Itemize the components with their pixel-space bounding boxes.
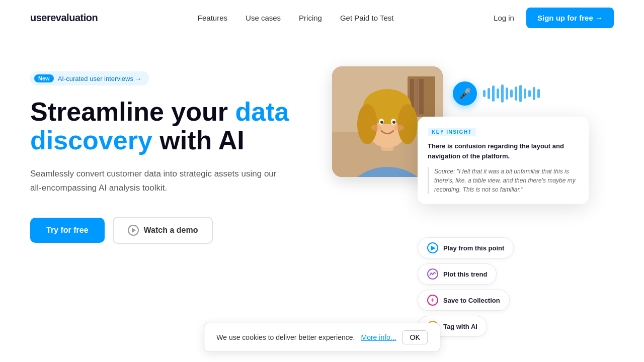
badge-text: AI-curated user interviews → (58, 75, 142, 82)
action-btn-trend[interactable]: Plot this trend (418, 263, 497, 285)
cookie-more-info[interactable]: More info... (361, 333, 396, 341)
svg-point-13 (397, 104, 418, 144)
action-buttons: ▶Play from this pointPlot this trend+Sav… (418, 237, 514, 337)
login-button[interactable]: Log in (494, 14, 514, 22)
action-label-play: Play from this point (443, 244, 504, 252)
hero-headline: Streamline your data discovery with AI (30, 98, 312, 155)
cookie-ok-button[interactable]: OK (403, 330, 428, 344)
insight-text: There is confusion regarding the layout … (428, 141, 579, 161)
watch-demo-button[interactable]: Watch a demo (113, 217, 213, 244)
action-btn-save[interactable]: +Save to Collection (418, 290, 510, 311)
svg-point-18 (371, 125, 381, 131)
nav-get-paid[interactable]: Get Paid to Test (340, 14, 393, 22)
action-label-trend: Plot this trend (443, 270, 487, 278)
waveform-bar (524, 88, 526, 99)
mic-icon: 🎤 (459, 87, 471, 100)
svg-rect-5 (419, 79, 424, 114)
nav-use-cases[interactable]: Use cases (246, 14, 281, 22)
headline-part3: with AI (152, 126, 245, 155)
action-label-save: Save to Collection (443, 297, 500, 304)
main-nav: Features Use cases Pricing Get Paid to T… (198, 14, 394, 22)
svg-rect-6 (425, 79, 428, 114)
action-btn-play[interactable]: ▶Play from this point (418, 237, 514, 258)
new-tag: New (34, 74, 54, 82)
waveform-bar (497, 88, 499, 99)
action-label-tag: Tag with AI (443, 323, 477, 330)
insight-card: KEY INSIGHT There is confusion regarding… (418, 117, 589, 204)
insight-label: KEY INSIGHT (428, 128, 476, 136)
waveform (483, 84, 540, 103)
waveform-bar (492, 85, 495, 102)
nav-features[interactable]: Features (198, 14, 227, 22)
header-actions: Log in Sign up for free → (494, 8, 614, 28)
waveform-bar (528, 90, 531, 97)
new-badge[interactable]: New AI-curated user interviews → (30, 71, 149, 85)
action-icon-play: ▶ (427, 242, 438, 253)
try-free-button[interactable]: Try for free (30, 218, 105, 243)
waveform-bar (510, 89, 513, 98)
svg-point-17 (392, 121, 395, 124)
headline-part1: Streamline your (30, 97, 235, 126)
logo[interactable]: userevaluation (30, 12, 98, 24)
waveform-bar (537, 89, 540, 98)
audio-bar: 🎤 (453, 81, 540, 106)
cookie-text: We use cookies to deliver better experie… (216, 333, 355, 341)
waveform-bar (501, 84, 504, 103)
source-quote: Source: "I felt that it was a bit unfami… (428, 167, 579, 194)
hero-left: New AI-curated user interviews → Streaml… (30, 66, 312, 244)
hero-buttons: Try for free Watch a demo (30, 217, 312, 244)
waveform-bar (533, 87, 535, 100)
waveform-bar (506, 87, 508, 100)
hero-mockup: 🎤 KEY INSIGHT There is confusion regardi… (332, 66, 614, 328)
waveform-bar (515, 86, 517, 101)
cookie-banner: We use cookies to deliver better experie… (204, 323, 440, 352)
play-triangle (132, 228, 136, 233)
nav-pricing[interactable]: Pricing (299, 14, 322, 22)
demo-label: Watch a demo (144, 226, 198, 235)
waveform-bar (488, 88, 490, 99)
play-icon (128, 225, 139, 236)
action-icon-trend (427, 268, 438, 280)
headline-accent2: discovery (30, 126, 152, 155)
svg-point-16 (380, 121, 383, 124)
hero-subtitle: Seamlessly convert customer data into st… (30, 167, 282, 194)
waveform-bar (483, 90, 486, 97)
waveform-bar (519, 85, 522, 102)
svg-point-12 (357, 104, 377, 144)
svg-rect-4 (415, 79, 418, 114)
signup-button[interactable]: Sign up for free → (526, 8, 614, 28)
svg-point-19 (394, 125, 404, 131)
mic-button[interactable]: 🎤 (453, 81, 477, 106)
headline-accent1: data (235, 97, 289, 126)
action-icon-save: + (427, 295, 438, 306)
